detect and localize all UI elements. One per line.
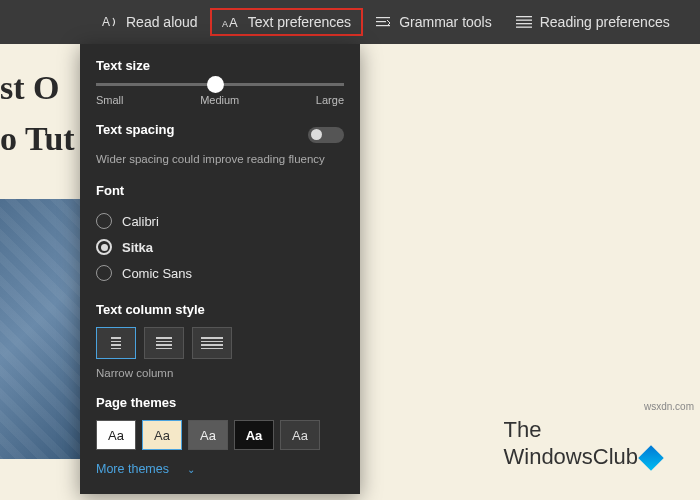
read-aloud-icon: A [102,14,118,30]
article-image [0,199,90,459]
read-aloud-button[interactable]: A Read aloud [90,8,210,36]
slider-labels: Small Medium Large [96,94,344,106]
radio-icon [96,213,112,229]
chevron-down-icon: ⌄ [187,464,195,475]
grammar-tools-icon [375,15,391,29]
reader-toolbar: A Read aloud AA Text preferences Grammar… [0,0,700,44]
text-spacing-description: Wider spacing could improve reading flue… [96,151,344,167]
page-themes-title: Page themes [96,395,344,410]
svg-text:A: A [229,15,238,29]
slider-thumb[interactable] [207,76,224,93]
text-spacing-toggle[interactable] [308,127,344,143]
svg-rect-6 [516,16,532,17]
font-title: Font [96,183,344,198]
column-style-title: Text column style [96,302,344,317]
reading-preferences-button[interactable]: Reading preferences [504,8,682,36]
theme-gray-button[interactable]: Aa [188,420,228,450]
more-themes-link[interactable]: More themes ⌄ [96,462,344,476]
svg-text:A: A [102,15,110,29]
watermark: wsxdn.com [644,401,694,412]
theme-white-button[interactable]: Aa [96,420,136,450]
svg-rect-4 [376,21,386,22]
font-option-calibri[interactable]: Calibri [96,208,344,234]
font-radio-group: Calibri Sitka Comic Sans [96,208,344,286]
svg-text:A: A [222,19,228,29]
theme-sepia-button[interactable]: Aa [142,420,182,450]
column-narrow-button[interactable] [96,327,136,359]
text-preferences-icon: AA [222,15,240,29]
column-wide-button[interactable] [192,327,232,359]
column-style-current: Narrow column [96,367,344,379]
text-spacing-title: Text spacing [96,122,175,137]
font-option-sitka[interactable]: Sitka [96,234,344,260]
svg-rect-9 [516,27,532,28]
text-preferences-button[interactable]: AA Text preferences [210,8,364,36]
font-option-comic-sans[interactable]: Comic Sans [96,260,344,286]
site-logo: The WindowsClub [504,417,661,470]
reading-preferences-icon [516,16,532,28]
reading-preferences-label: Reading preferences [540,14,670,30]
radio-icon [96,239,112,255]
radio-icon [96,265,112,281]
column-medium-button[interactable] [144,327,184,359]
theme-dark-button[interactable]: Aa [280,420,320,450]
grammar-tools-button[interactable]: Grammar tools [363,8,504,36]
logo-icon [638,445,663,470]
grammar-tools-label: Grammar tools [399,14,492,30]
svg-rect-8 [516,23,532,24]
svg-rect-3 [376,17,390,18]
text-size-slider[interactable] [96,83,344,86]
theme-black-button[interactable]: Aa [234,420,274,450]
text-preferences-label: Text preferences [248,14,352,30]
svg-rect-7 [516,20,532,21]
text-preferences-panel: Text size Small Medium Large Text spacin… [80,44,360,494]
text-size-title: Text size [96,58,344,73]
read-aloud-label: Read aloud [126,14,198,30]
